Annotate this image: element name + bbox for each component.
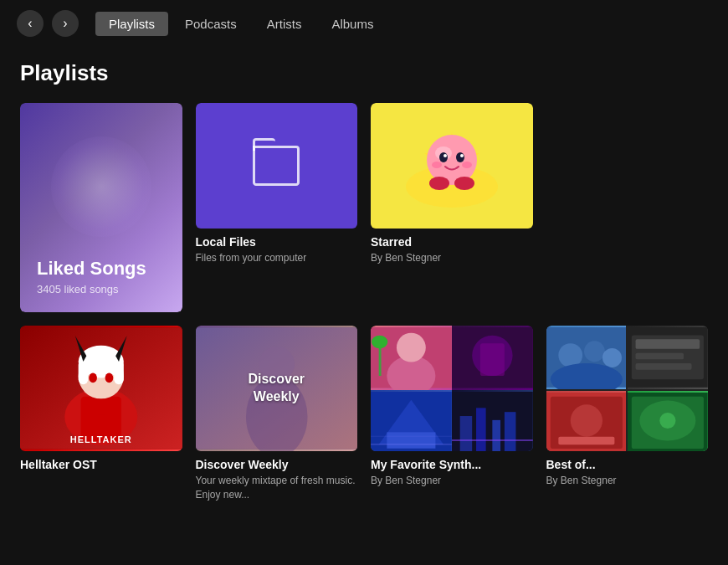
svg-rect-59: [558, 436, 614, 444]
discover-weekly-title: Discover Weekly: [196, 458, 358, 471]
ben-stegner-title: Best of...: [546, 458, 709, 471]
synth-card[interactable]: My Favorite Synth... By Ben Stegner: [371, 326, 533, 506]
bs-art-q4: [628, 391, 708, 451]
starred-card[interactable]: Starred By Ben Stegner: [371, 103, 533, 312]
tab-podcasts[interactable]: Podcasts: [172, 12, 250, 36]
local-files-info: Local Files Files from your computer: [196, 229, 358, 269]
empty-slot-top: [546, 103, 709, 312]
svg-point-11: [454, 177, 474, 190]
liked-songs-count: 3405 liked songs: [37, 283, 166, 295]
svg-rect-44: [505, 412, 516, 451]
svg-point-29: [397, 333, 426, 362]
svg-rect-18: [79, 360, 89, 384]
synth-art-q3: [371, 390, 452, 451]
liked-songs-card[interactable]: Liked Songs 3405 liked songs: [20, 103, 182, 312]
helltaker-art: [20, 326, 182, 451]
tab-artists[interactable]: Artists: [254, 12, 315, 36]
discover-weekly-image: Discover Weekly: [196, 326, 358, 451]
discover-label-line2: Weekly: [248, 388, 305, 406]
ben-stegner-info: Best of... By Ben Stegner: [546, 451, 709, 491]
back-icon: ‹: [28, 16, 32, 31]
svg-rect-37: [387, 432, 435, 448]
svg-point-10: [429, 177, 449, 190]
discover-weekly-info: Discover Weekly Your weekly mixtape of f…: [196, 451, 358, 506]
synth-art-q1: [371, 326, 452, 390]
svg-point-63: [660, 413, 676, 429]
kirby-svg: [402, 120, 502, 212]
svg-rect-41: [459, 416, 472, 451]
forward-icon: ›: [63, 16, 67, 31]
synth-q2: [452, 326, 533, 390]
synth-art-q4: [452, 390, 533, 451]
page-title: Playlists: [20, 60, 708, 86]
back-button[interactable]: ‹: [17, 10, 44, 37]
synth-info: My Favorite Synth... By Ben Stegner: [371, 451, 533, 491]
synth-image: [371, 326, 533, 451]
svg-rect-53: [636, 339, 700, 348]
ben-stegner-card[interactable]: Best of... By Ben Stegner: [546, 326, 709, 506]
svg-point-58: [570, 404, 602, 436]
helltaker-info: Helltaker OST: [20, 451, 182, 475]
local-files-image: [196, 103, 358, 229]
svg-rect-54: [636, 353, 684, 360]
kirby-container: [371, 103, 533, 229]
discover-label: Discover Weekly: [248, 371, 305, 406]
ben-stegner-image: [546, 326, 709, 451]
svg-point-21: [105, 373, 114, 383]
svg-point-49: [602, 348, 622, 367]
svg-point-20: [89, 373, 97, 383]
discover-label-line1: Discover: [248, 371, 305, 388]
synth-title: My Favorite Synth...: [371, 458, 533, 471]
svg-rect-19: [114, 360, 124, 384]
starred-subtitle: By Ben Stegner: [371, 251, 533, 265]
folder-icon: [253, 146, 300, 186]
nav-tabs: Playlists Podcasts Artists Albums: [95, 12, 387, 36]
svg-rect-34: [480, 343, 505, 376]
top-navigation: ‹ › Playlists Podcasts Artists Albums: [0, 0, 728, 47]
synth-subtitle: By Ben Stegner: [371, 474, 533, 488]
svg-rect-22: [98, 399, 105, 415]
bs-art-q2: [628, 326, 708, 389]
bs-q1: [546, 326, 627, 389]
bs-q3: [546, 391, 627, 451]
page-content: Playlists Liked Songs 3405 liked songs L…: [0, 47, 728, 519]
svg-rect-30: [379, 343, 382, 376]
ben-stegner-subtitle: By Ben Stegner: [546, 474, 709, 488]
svg-point-6: [443, 154, 447, 157]
discover-weekly-card[interactable]: Discover Weekly Discover Weekly Your wee…: [196, 326, 358, 506]
local-files-card[interactable]: Local Files Files from your computer: [196, 103, 358, 312]
synth-q1: [371, 326, 452, 390]
helltaker-card[interactable]: HELLTAKER Helltaker OST: [20, 326, 182, 506]
helltaker-text-overlay: HELLTAKER: [20, 434, 182, 444]
svg-point-8: [432, 162, 442, 168]
liked-songs-title: Liked Songs: [37, 258, 166, 280]
tab-playlists[interactable]: Playlists: [95, 12, 168, 36]
local-files-title: Local Files: [196, 235, 358, 249]
svg-point-5: [456, 152, 464, 162]
tab-albums[interactable]: Albums: [318, 12, 387, 36]
starred-image: [371, 103, 533, 229]
svg-point-2: [427, 135, 477, 185]
liked-songs-image: Liked Songs 3405 liked songs: [20, 103, 182, 312]
starred-title: Starred: [371, 235, 533, 249]
helltaker-title: Helltaker OST: [20, 458, 182, 471]
svg-point-7: [460, 154, 464, 157]
playlists-grid: Liked Songs 3405 liked songs Local Files…: [20, 103, 708, 506]
helltaker-image: HELLTAKER: [20, 326, 182, 451]
synth-art-q2: [452, 326, 533, 390]
synth-q3: [371, 390, 452, 451]
local-files-subtitle: Files from your computer: [196, 251, 358, 265]
svg-rect-42: [476, 408, 486, 451]
svg-point-4: [439, 152, 448, 162]
svg-point-48: [584, 341, 605, 362]
svg-point-9: [462, 162, 472, 168]
forward-button[interactable]: ›: [52, 10, 79, 37]
starred-info: Starred By Ben Stegner: [371, 229, 533, 269]
bs-art-q3: [546, 391, 627, 451]
svg-point-31: [372, 336, 387, 348]
svg-rect-55: [636, 363, 692, 370]
bs-art-q1: [546, 326, 627, 389]
discover-weekly-subtitle: Your weekly mixtape of fresh music. Enjo…: [196, 474, 358, 502]
svg-rect-43: [492, 419, 500, 451]
bs-q4: [628, 391, 708, 451]
